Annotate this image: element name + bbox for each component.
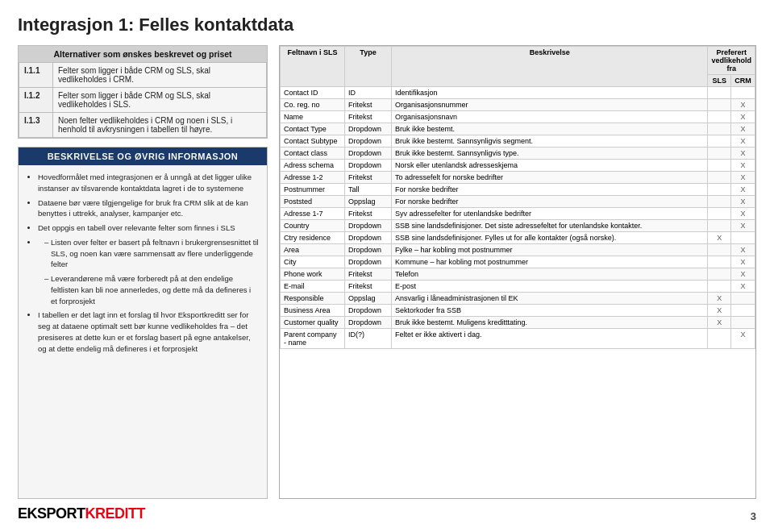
cell-beskrivelse: SSB sine landsdefinisjoner. Fylles ut fo… (392, 232, 708, 244)
main-content: Alternativer som ønskes beskrevet og pri… (18, 45, 756, 499)
table-row: Name Fritekst Organisasjonsnavn X (281, 111, 755, 123)
cell-feltnavn: Contact ID (281, 87, 345, 99)
col-header-feltnavn: Feltnavn i SLS (281, 47, 345, 87)
cell-beskrivelse: Feltet er ikke aktivert i dag. (392, 329, 708, 349)
alt-row-id: I.1.1 (19, 63, 53, 88)
cell-sls (708, 99, 730, 111)
cell-type: Oppslag (345, 293, 392, 305)
table-row: City Dropdown Kommune – har kobling mot … (281, 256, 755, 268)
cell-crm: X (730, 208, 755, 220)
cell-type: Tall (345, 184, 392, 196)
cell-crm: X (730, 172, 755, 184)
cell-sls (708, 281, 730, 293)
cell-sls (708, 87, 730, 99)
cell-type: Fritekst (345, 268, 392, 281)
cell-feltnavn: Parent company - name (281, 329, 345, 349)
table-row: Country Dropdown SSB sine landsdefinisjo… (281, 220, 755, 232)
description-content: Hovedformålet med integrasjonen er å unn… (19, 165, 267, 364)
cell-crm: X (730, 281, 755, 293)
cell-crm: X (730, 111, 755, 123)
cell-beskrivelse: Identifikasjon (392, 87, 708, 99)
alt-row-text: Noen felter vedlikeholdes i CRM og noen … (53, 113, 267, 138)
logo-part1: EKSPORT (18, 505, 85, 522)
alternatives-header: Alternativer som ønskes beskrevet og pri… (19, 46, 267, 62)
cell-feltnavn: E-mail (281, 281, 345, 293)
alt-row-id: I.1.3 (19, 113, 53, 138)
page: Integrasjon 1: Felles kontaktdata Altern… (0, 0, 774, 532)
cell-sls (708, 111, 730, 123)
cell-crm: X (730, 123, 755, 135)
cell-type: Dropdown (345, 305, 392, 317)
alt-table-row: I.1.3Noen felter vedlikeholdes i CRM og … (19, 113, 267, 138)
cell-crm: X (730, 329, 755, 349)
cell-type: Fritekst (345, 172, 392, 184)
table-row: Contact class Dropdown Bruk ikke bestemt… (281, 148, 755, 160)
cell-sls: X (708, 232, 730, 244)
cell-sls (708, 184, 730, 196)
cell-beskrivelse: Sektorkoder fra SSB (392, 305, 708, 317)
cell-feltnavn: Phone work (281, 268, 345, 281)
cell-beskrivelse: Bruk ikke bestemt. Sannsynligvis type. (392, 148, 708, 160)
cell-beskrivelse: Bruk ikke bestemt. (392, 123, 708, 135)
cell-sls (708, 268, 730, 281)
cell-crm: X (730, 148, 755, 160)
cell-beskrivelse: Fylke – har kobling mot postnummer (392, 244, 708, 256)
cell-type: Dropdown (345, 220, 392, 232)
cell-feltnavn: Co. reg. no (281, 99, 345, 111)
alt-table-row: I.1.1Felter som ligger i både CRM og SLS… (19, 63, 267, 88)
cell-crm: X (730, 256, 755, 268)
alt-table-row: I.1.2Felter som ligger i både CRM og SLS… (19, 88, 267, 113)
table-row: Adresse 1-7 Fritekst Syv adressefelter f… (281, 208, 755, 220)
alt-row-id: I.1.2 (19, 88, 53, 113)
alternatives-box: Alternativer som ønskes beskrevet og pri… (18, 45, 268, 139)
cell-crm: X (730, 268, 755, 281)
cell-type: Dropdown (345, 160, 392, 172)
cell-crm (730, 232, 755, 244)
cell-type: Dropdown (345, 123, 392, 135)
cell-type: Fritekst (345, 208, 392, 220)
desc-bullet: I tabellen er det lagt inn et forslag ti… (38, 310, 259, 354)
cell-beskrivelse: Telefon (392, 268, 708, 281)
cell-crm: X (730, 160, 755, 172)
table-row: Adresse 1-2 Fritekst To adressefelt for … (281, 172, 755, 184)
cell-type: Dropdown (345, 148, 392, 160)
alt-row-text: Felter som ligger i både CRM og SLS, ska… (53, 88, 267, 113)
cell-sls (708, 208, 730, 220)
cell-crm: X (730, 184, 755, 196)
cell-type: Oppslag (345, 196, 392, 208)
desc-bullet: Listen over felter er basert på feltnavn… (38, 237, 259, 307)
logo: EKSPORTKREDITT (18, 505, 145, 522)
description-box: Beskrivelse og øvrig informasjon Hovedfo… (18, 147, 268, 499)
table-row: Contact Type Dropdown Bruk ikke bestemt.… (281, 123, 755, 135)
cell-crm (730, 87, 755, 99)
cell-type: ID(?) (345, 329, 392, 349)
desc-bullet: Dataene bør være tilgjengelige for bruk … (38, 197, 259, 220)
desc-bullet: Det oppgis en tabell over relevante felt… (38, 222, 259, 234)
cell-beskrivelse: To adressefelt for norske bedrifter (392, 172, 708, 184)
table-row: Co. reg. no Fritekst Organisasjonsnummer… (281, 99, 755, 111)
cell-sls (708, 148, 730, 160)
cell-type: Dropdown (345, 244, 392, 256)
cell-type: Dropdown (345, 135, 392, 148)
cell-feltnavn: Adresse 1-7 (281, 208, 345, 220)
alternatives-table: I.1.1Felter som ligger i både CRM og SLS… (19, 62, 267, 138)
cell-sls (708, 256, 730, 268)
cell-crm: X (730, 244, 755, 256)
table-row: Area Dropdown Fylke – har kobling mot po… (281, 244, 755, 256)
left-panel: Alternativer som ønskes beskrevet og pri… (18, 45, 268, 499)
cell-beskrivelse: Bruk ikke bestemt. Muligens kreditttatin… (392, 317, 708, 329)
desc-sub-bullet: Leverandørene må være forberedt på at de… (51, 273, 259, 306)
cell-sls: X (708, 305, 730, 317)
cell-beskrivelse: Syv adressefelter for utenlandske bedrif… (392, 208, 708, 220)
data-table: Feltnavn i SLS Type Beskrivelse Preferer… (280, 46, 755, 349)
desc-sub-bullet: Listen over felter er basert på feltnavn… (51, 237, 259, 270)
cell-crm: X (730, 135, 755, 148)
right-panel: Feltnavn i SLS Type Beskrivelse Preferer… (279, 45, 756, 499)
cell-sls (708, 329, 730, 349)
table-header-row: Feltnavn i SLS Type Beskrivelse Preferer… (281, 47, 755, 75)
cell-crm: X (730, 99, 755, 111)
cell-type: Dropdown (345, 256, 392, 268)
table-row: Customer quality Dropdown Bruk ikke best… (281, 317, 755, 329)
cell-sls: X (708, 317, 730, 329)
cell-type: Dropdown (345, 317, 392, 329)
